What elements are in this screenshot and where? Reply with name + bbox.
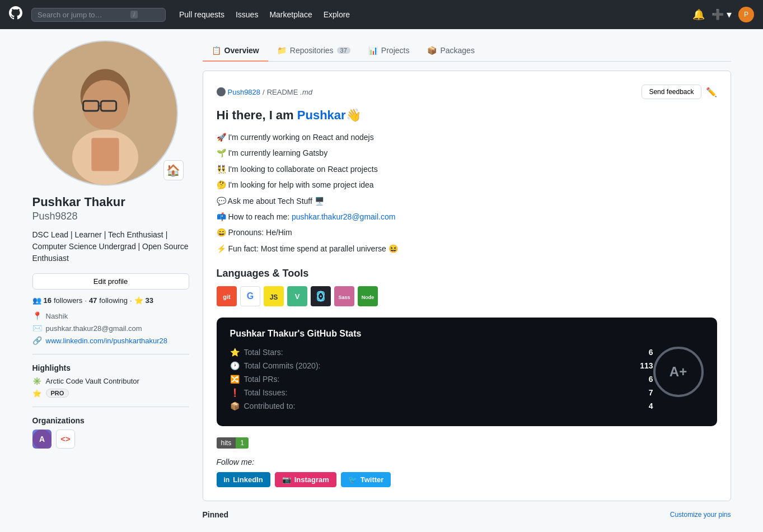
- nav-issues[interactable]: Issues: [231, 7, 263, 22]
- hits-label: hits: [217, 437, 236, 449]
- hits-badge: hits 1: [217, 437, 717, 449]
- org-avatar-2[interactable]: <>: [56, 430, 75, 449]
- org-avatar-1[interactable]: A: [32, 430, 52, 449]
- issues-value: 7: [649, 388, 653, 397]
- tool-sass: Sass: [334, 286, 354, 306]
- twitter-button[interactable]: 🐦 Twitter: [341, 472, 391, 487]
- email-detail: ✉️ pushkar.thakur28@gmail.com: [32, 324, 189, 333]
- repositories-icon: 📁: [277, 46, 287, 55]
- hits-count: 1: [236, 437, 249, 449]
- search-box[interactable]: /: [31, 8, 166, 22]
- profile-bio: DSC Lead | Learner | Tech Enthusiast | C…: [32, 229, 189, 264]
- profile-name: Pushkar Thakur: [32, 195, 189, 209]
- issues-stats-icon: ❗: [230, 388, 240, 397]
- edit-readme-icon[interactable]: ✏️: [706, 87, 717, 97]
- location-text: Nashik: [46, 312, 68, 320]
- tab-packages[interactable]: 📦 Packages: [418, 40, 483, 62]
- email-icon: ✉️: [32, 324, 41, 333]
- highlight-pro: ⭐ PRO: [32, 389, 189, 398]
- tab-repositories-label: Repositories: [290, 46, 334, 55]
- tab-projects-label: Projects: [381, 46, 410, 55]
- commits-value: 113: [640, 361, 653, 370]
- plus-icon[interactable]: ➕ ▾: [711, 8, 732, 21]
- main-content: 📋 Overview 📁 Repositories 37 📊 Projects …: [203, 40, 731, 519]
- profile-avatar: [32, 40, 178, 186]
- prs-value: 6: [649, 375, 653, 384]
- website-link[interactable]: www.linkedin.com/in/pushkarthakur28: [46, 337, 168, 345]
- packages-icon: 📦: [427, 46, 437, 55]
- org-avatars: A <>: [32, 430, 189, 449]
- stars-value: 6: [649, 348, 653, 357]
- svg-point-2: [82, 80, 128, 130]
- nav-marketplace[interactable]: Marketplace: [265, 7, 316, 22]
- languages-tools-title: Languages & Tools: [217, 268, 717, 279]
- email-link[interactable]: pushkar.thakur28@gmail.com: [292, 212, 395, 221]
- followers-count[interactable]: 16: [44, 296, 52, 305]
- list-item-7: ⚡ Fun fact: Most time spend at parallel …: [217, 241, 717, 256]
- github-logo[interactable]: [9, 6, 22, 23]
- twitter-icon: 🐦: [348, 475, 357, 484]
- issues-label: Total Issues:: [244, 388, 644, 397]
- twitter-label: Twitter: [361, 475, 384, 484]
- readme-ext: .md: [300, 88, 312, 96]
- instagram-label: Instagram: [294, 475, 329, 484]
- list-item-6: 😄 Pronouns: He/Him: [217, 225, 717, 240]
- nav-explore[interactable]: Explore: [319, 7, 354, 22]
- stars-label: Total Stars:: [244, 348, 644, 357]
- svg-text:Sass: Sass: [338, 295, 350, 300]
- avatar-badge: 🏠: [163, 160, 184, 180]
- edit-profile-button[interactable]: Edit profile: [32, 273, 189, 290]
- readme-filename: README: [267, 88, 298, 96]
- dot-separator-2: ·: [130, 296, 132, 305]
- stars-icon: ⭐: [134, 296, 143, 305]
- stats-left: Pushkar Thakur's GitHub Stats ⭐ Total St…: [230, 329, 653, 415]
- overview-icon: 📋: [212, 46, 221, 55]
- svg-text:git: git: [223, 293, 231, 300]
- readme-actions: Send feedback ✏️: [642, 85, 717, 99]
- profile-tabs: 📋 Overview 📁 Repositories 37 📊 Projects …: [203, 40, 731, 62]
- linkedin-button[interactable]: in LinkedIn: [217, 472, 270, 487]
- profile-details: 📍 Nashik ✉️ pushkar.thakur28@gmail.com 🔗…: [32, 311, 189, 345]
- tab-projects[interactable]: 📊 Projects: [359, 40, 419, 62]
- user-avatar-nav[interactable]: P: [738, 7, 754, 22]
- search-input[interactable]: [38, 11, 127, 19]
- instagram-button[interactable]: 📷 Instagram: [275, 472, 336, 487]
- svg-text:G: G: [246, 291, 253, 301]
- send-feedback-button[interactable]: Send feedback: [642, 85, 701, 99]
- followers-label: followers: [54, 296, 82, 305]
- following-count[interactable]: 47: [89, 296, 97, 305]
- email-text: pushkar.thakur28@gmail.com: [46, 324, 142, 333]
- pro-badge: PRO: [46, 389, 69, 398]
- readme-greeting: Hi there, I am Pushkar👋: [217, 108, 717, 123]
- readme-circle-icon: [217, 87, 226, 96]
- readme-repo-link[interactable]: Push9828: [228, 88, 261, 96]
- pinned-header: Pinned Customize your pins: [203, 510, 731, 519]
- projects-icon: 📊: [368, 46, 378, 55]
- follow-me-label: Follow me:: [217, 458, 717, 466]
- arctic-icon: ✳️: [32, 377, 41, 385]
- customize-pins-link[interactable]: Customize your pins: [670, 511, 731, 519]
- tools-icons: git G JS V Sas: [217, 286, 717, 306]
- tab-overview[interactable]: 📋 Overview: [203, 40, 268, 62]
- tool-nodejs: Node: [358, 286, 378, 306]
- svg-text:A: A: [39, 435, 44, 444]
- tab-repositories[interactable]: 📁 Repositories 37: [268, 40, 359, 62]
- stats-title: Pushkar Thakur's GitHub Stats: [230, 329, 653, 339]
- contributed-stats-icon: 📦: [230, 402, 240, 410]
- website-detail: 🔗 www.linkedin.com/in/pushkarthakur28: [32, 336, 189, 345]
- stars-count[interactable]: 33: [146, 296, 153, 305]
- stats-right: A+: [653, 347, 704, 397]
- contributed-value: 4: [649, 402, 653, 410]
- tool-google: G: [240, 286, 260, 306]
- avatar-container: 🏠: [32, 40, 189, 186]
- readme-card: Push9828 / README .md Send feedback ✏️ H…: [203, 71, 731, 501]
- nav-pull-requests[interactable]: Pull requests: [175, 7, 229, 22]
- arctic-text: Arctic Code Vault Contributor: [46, 377, 139, 385]
- stats-card: Pushkar Thakur's GitHub Stats ⭐ Total St…: [217, 318, 717, 426]
- readme-breadcrumb: Push9828 / README .md: [217, 87, 312, 96]
- prs-label: Total PRs:: [244, 375, 644, 384]
- notifications-icon[interactable]: 🔔: [692, 8, 705, 21]
- name-link[interactable]: Pushkar: [297, 108, 346, 122]
- following-label: following: [99, 296, 128, 305]
- followers-icon: 👥: [32, 296, 41, 305]
